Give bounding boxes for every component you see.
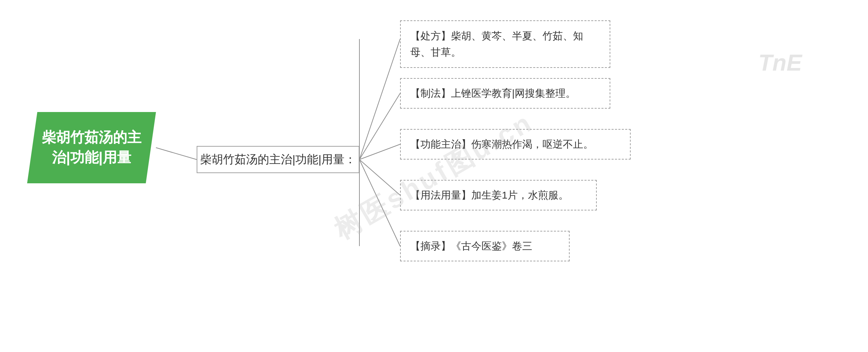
root-node-label: 柴胡竹茹汤的主治|功能|用量 xyxy=(27,128,156,168)
info-box-3-text: 【功能主治】伤寒潮热作渴，呕逆不止。 xyxy=(410,136,593,152)
svg-line-3 xyxy=(359,144,400,160)
info-box-2-text: 【制法】上锉医学教育|网搜集整理。 xyxy=(410,85,576,101)
info-box-2: 【制法】上锉医学教育|网搜集整理。 xyxy=(400,78,610,109)
info-box-3: 【功能主治】伤寒潮热作渴，呕逆不止。 xyxy=(400,129,631,160)
mid-node: 柴胡竹茹汤的主治|功能|用量： xyxy=(197,146,359,173)
info-box-4: 【用法用量】加生姜1片，水煎服。 xyxy=(400,180,597,210)
svg-line-0 xyxy=(156,148,197,160)
mindmap-container: 柴胡竹茹汤的主治|功能|用量 柴胡竹茹汤的主治|功能|用量： 【处方】柴胡、黄芩… xyxy=(0,0,868,352)
info-box-5-text: 【摘录】《古今医鉴》卷三 xyxy=(410,238,532,254)
info-box-5: 【摘录】《古今医鉴》卷三 xyxy=(400,231,570,261)
info-box-1: 【处方】柴胡、黄芩、半夏、竹茹、知母、甘草。 xyxy=(400,20,610,68)
info-box-4-text: 【用法用量】加生姜1片，水煎服。 xyxy=(410,187,569,203)
svg-line-5 xyxy=(359,160,400,246)
info-box-1-text: 【处方】柴胡、黄芩、半夏、竹茹、知母、甘草。 xyxy=(410,28,600,60)
svg-line-1 xyxy=(359,39,400,160)
svg-line-4 xyxy=(359,160,400,195)
mid-node-label: 柴胡竹茹汤的主治|功能|用量： xyxy=(200,152,356,167)
root-node: 柴胡竹茹汤的主治|功能|用量 xyxy=(27,112,156,183)
svg-line-2 xyxy=(359,93,400,160)
